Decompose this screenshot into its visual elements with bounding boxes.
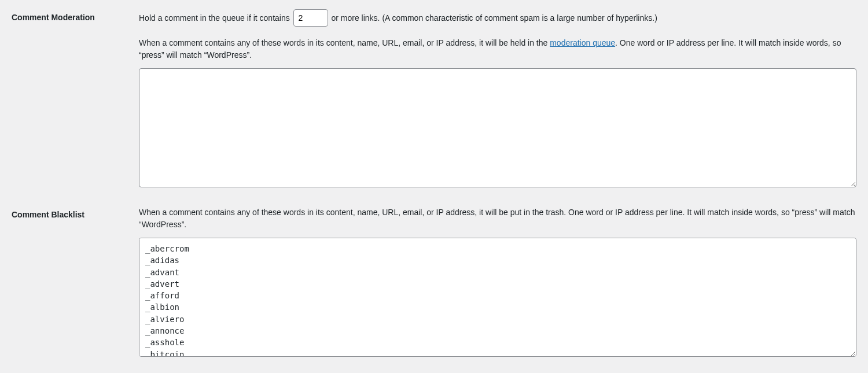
- moderation-line1-suffix: or more links. (A common characteristic …: [331, 13, 657, 23]
- moderation-queue-link[interactable]: moderation queue: [550, 38, 615, 47]
- comment-moderation-row: Comment Moderation Hold a comment in the…: [12, 9, 856, 189]
- comment-blacklist-row: Comment Blacklist When a comment contain…: [12, 206, 856, 359]
- moderation-keys-textarea[interactable]: [139, 68, 856, 187]
- blacklist-keys-textarea[interactable]: [139, 238, 856, 357]
- moderation-links-input[interactable]: [293, 9, 328, 27]
- moderation-links-line: Hold a comment in the queue if it contai…: [139, 9, 856, 27]
- comment-moderation-content: Hold a comment in the queue if it contai…: [139, 9, 856, 189]
- comment-blacklist-heading: Comment Blacklist: [12, 206, 139, 219]
- comment-blacklist-content: When a comment contains any of these wor…: [139, 206, 856, 359]
- blacklist-description: When a comment contains any of these wor…: [139, 206, 856, 231]
- comment-moderation-heading: Comment Moderation: [12, 9, 139, 22]
- moderation-description: When a comment contains any of these wor…: [139, 37, 856, 61]
- moderation-line2-prefix: When a comment contains any of these wor…: [139, 38, 550, 47]
- moderation-line1-prefix: Hold a comment in the queue if it contai…: [139, 13, 290, 23]
